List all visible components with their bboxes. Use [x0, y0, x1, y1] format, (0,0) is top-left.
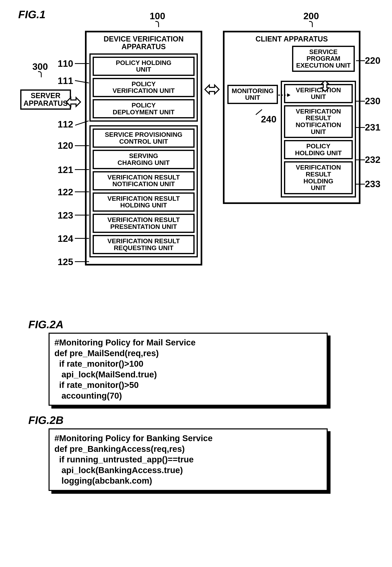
device-group1: POLICY HOLDING UNIT POLICY VERIFICATION … — [89, 53, 198, 122]
ref-111: 111 — [58, 75, 73, 86]
client-apparatus-title: CLIENT APPARATUS — [227, 35, 356, 43]
device-apparatus-title: DEVICE VERIFICATION APPARATUS — [89, 35, 198, 51]
ref-220: 220 — [365, 55, 380, 66]
client-group: VERIFICATION UNIT VERIFICATION RESULT NO… — [281, 81, 356, 198]
service-provisioning-control-unit: SERVICE PROVISIONING CONTROL UNIT — [93, 128, 195, 148]
fig2a-code-panel: #Monitoring Policy for Mail Service def … — [49, 333, 328, 406]
ref-123: 123 — [58, 210, 73, 221]
arrow-monitoring-group — [278, 92, 291, 99]
ref-110: 110 — [58, 58, 73, 69]
policy-verification-unit: POLICY VERIFICATION UNIT — [93, 78, 195, 97]
ref-112: 112 — [58, 119, 73, 130]
ref-232: 232 — [365, 154, 380, 165]
svg-marker-2 — [321, 81, 329, 91]
ref-230: 230 — [365, 96, 380, 106]
verification-result-holding-unit-client: VERIFICATION RESULT HOLDING UNIT — [284, 161, 353, 194]
ref-122: 122 — [58, 186, 73, 198]
monitoring-unit: MONITORING UNIT — [227, 85, 278, 104]
service-program-execution-unit: SERVICE PROGRAM EXECUTION UNIT — [292, 46, 355, 72]
fig2b-code-panel: #Monitoring Policy for Banking Service d… — [49, 428, 328, 491]
fig2a-label: FIG.2A — [28, 318, 376, 331]
device-verification-apparatus: DEVICE VERIFICATION APPARATUS POLICY HOL… — [85, 31, 202, 266]
policy-holding-unit-client: POLICY HOLDING UNIT — [284, 140, 353, 159]
ref-231: 231 — [365, 122, 380, 133]
ref-240: 240 — [261, 114, 277, 125]
serving-charging-unit: SERVING CHARGING UNIT — [93, 150, 195, 169]
ref-120: 120 — [58, 140, 73, 151]
fig2b-label: FIG.2B — [28, 414, 376, 426]
ref-125: 125 — [58, 256, 73, 267]
arrow-service-verification — [320, 81, 331, 92]
ref-233: 233 — [365, 179, 380, 189]
policy-holding-unit: POLICY HOLDING UNIT — [93, 57, 195, 76]
ref-124: 124 — [58, 233, 73, 244]
ref-300: 300 — [32, 61, 48, 72]
arrow-device-client — [205, 83, 219, 96]
ref-200: 200 — [303, 11, 319, 21]
ref-100: 100 — [150, 11, 165, 21]
fig1-label: FIG.1 — [18, 8, 376, 21]
fig1-diagram: 100 200 300 SERVER APPARATUS DEVICE VERI… — [12, 23, 376, 310]
server-apparatus: SERVER APPARATUS — [20, 89, 71, 110]
verification-result-presentation-unit: VERIFICATION RESULT PRESENTATION UNIT — [93, 214, 195, 233]
svg-marker-0 — [66, 98, 81, 106]
client-apparatus: CLIENT APPARATUS SERVICE PROGRAM EXECUTI… — [223, 31, 361, 204]
svg-marker-4 — [287, 93, 291, 97]
policy-deployment-unit: POLICY DEPLOYMENT UNIT — [93, 99, 195, 118]
verification-result-notification-unit-client: VERIFICATION RESULT NOTIFICATION UNIT — [284, 105, 353, 138]
verification-unit: VERIFICATION UNIT — [284, 84, 353, 103]
svg-marker-1 — [205, 85, 219, 94]
verification-result-notification-unit: VERIFICATION RESULT NOTIFICATION UNIT — [93, 171, 195, 190]
server-apparatus-label: SERVER APPARATUS — [24, 91, 68, 107]
verification-result-requesting-unit: VERIFICATION RESULT REQUESTING UNIT — [93, 235, 195, 254]
ref-121: 121 — [58, 164, 73, 175]
device-group2: SERVICE PROVISIONING CONTROL UNIT SERVIN… — [89, 125, 198, 257]
verification-result-holding-unit: VERIFICATION RESULT HOLDING UNIT — [93, 192, 195, 212]
arrow-server-device — [66, 96, 81, 108]
